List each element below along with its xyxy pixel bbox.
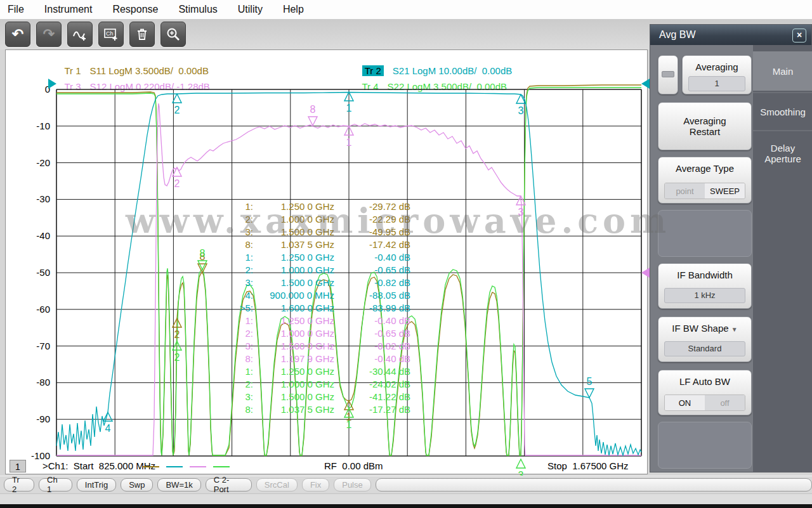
status-button-empty	[376, 478, 812, 492]
marker-table-row: 2:1.000 0 GHz-0.65 dB	[190, 327, 410, 340]
panel-title-bar[interactable]: Avg BW ×	[650, 25, 811, 45]
marker-table-row: 3:1.500 0 GHz-49.95 dB	[190, 226, 410, 238]
trace-color-key	[143, 466, 230, 467]
lf-auto-bw-button[interactable]: LF Auto BW ON off	[658, 370, 752, 415]
y-axis-tick: -70	[36, 341, 50, 351]
stop-frequency-text: Stop 1.67500 GHz	[547, 460, 629, 471]
marker-2-label: 2	[174, 352, 180, 363]
panel-title: Avg BW	[659, 29, 696, 41]
avg-bw-panel: Avg BW × Main Smoothing Delay Aperture A…	[650, 24, 812, 472]
average-type-switch[interactable]: point SWEEP	[664, 183, 745, 199]
marker-table-row: 1:1.250 0 GHz-0.40 dB	[190, 315, 410, 327]
menu-help[interactable]: Help	[283, 4, 304, 15]
if-bw-shape-button[interactable]: IF BW Shape ▼ Standard	[658, 316, 752, 362]
marker-table-row: 1:1.250 0 GHz-30.44 dB	[190, 365, 410, 378]
menu-bar: FileInstrumentResponseStimulusUtilityHel…	[0, 0, 812, 19]
marker-5-label: 5	[587, 376, 593, 387]
marker-4-label: 4	[105, 423, 111, 434]
averaging-button[interactable]: Averaging 1	[682, 55, 752, 94]
marker-table-row: 8:1.197 9 GHz-0.40 dB	[190, 353, 410, 365]
if-bandwidth-value[interactable]: 1 kHz	[664, 288, 745, 303]
average-type-label: Average Type	[658, 163, 751, 174]
trace-color-dash	[190, 466, 206, 467]
tab-main[interactable]: Main	[753, 51, 812, 91]
lf-auto-bw-off-option[interactable]: off	[705, 395, 745, 410]
marker-table-row: 1:1.250 0 GHz-29.72 dB	[190, 200, 410, 213]
status-bar: Tr 2Ch 1IntTrigSwpBW=1kC 2-PortSrcCalFix…	[0, 476, 812, 493]
panel-close-button[interactable]: ×	[792, 29, 806, 42]
redo-button[interactable]: ↷	[36, 22, 62, 47]
marker-8-label: 8	[310, 104, 316, 115]
averaging-restart-button[interactable]: Averaging Restart	[658, 102, 752, 150]
if-bw-shape-value[interactable]: Standard	[664, 341, 745, 356]
undo-button[interactable]: ↶	[5, 22, 30, 47]
status-button-inttrig[interactable]: IntTrig	[77, 478, 116, 492]
channel-window: Tr 1S11 LogM 3.500dB/ 0.00dB Tr 2S21 Log…	[5, 49, 648, 474]
add-channel-icon: Ch	[103, 27, 119, 42]
marker-2-label: 2	[174, 329, 180, 340]
status-button-tr-2[interactable]: Tr 2	[4, 478, 34, 492]
status-button-fix[interactable]: Fix	[302, 478, 329, 492]
ref-level-arrow[interactable]	[641, 268, 650, 278]
marker-2-label: 2	[174, 105, 180, 115]
delete-button[interactable]	[129, 22, 155, 47]
averaging-led	[662, 71, 674, 77]
marker-5-glyph[interactable]	[585, 389, 594, 398]
menu-instrument[interactable]: Instrument	[44, 4, 93, 15]
channel-badge[interactable]: 1	[10, 460, 26, 472]
marker-table-row: 2:1.000 0 GHz-24.02 dB	[190, 378, 410, 391]
add-channel-button[interactable]: Ch	[98, 22, 124, 47]
trace-color-dash	[213, 466, 230, 467]
zoom-in-icon	[166, 27, 181, 42]
undo-icon: ↶	[12, 26, 23, 42]
ref-level-arrow[interactable]	[641, 79, 650, 89]
status-button-srccal[interactable]: SrcCal	[256, 478, 298, 492]
marker-table-row: 1:1.250 0 GHz-0.40 dB	[190, 251, 410, 264]
marker-table-row: 4:900.000 0 MHz-88.05 dB	[190, 289, 410, 302]
channel-status-row: 1 >Ch1: Start 825.000 MHz RF 0.00 dBm St…	[6, 460, 647, 474]
averaging-toggle-button[interactable]	[658, 55, 678, 94]
if-bandwidth-label: IF Bandwidth	[658, 270, 751, 280]
trace-color-dash	[143, 466, 159, 467]
start-frequency-text: >Ch1: Start 825.000 MHz	[43, 460, 155, 471]
trace-color-dash	[166, 466, 183, 467]
marker-2-glyph[interactable]	[173, 94, 181, 103]
averaging-value[interactable]: 1	[688, 76, 745, 91]
average-type-button[interactable]: Average Type point SWEEP	[658, 157, 752, 204]
status-button-pulse[interactable]: Pulse	[334, 478, 371, 492]
bottom-strip	[0, 504, 812, 508]
menu-utility[interactable]: Utility	[238, 4, 263, 15]
status-button-bw-1k[interactable]: BW=1k	[157, 478, 200, 492]
tab-delay-aperture[interactable]: Delay Aperture	[753, 130, 812, 176]
y-axis-tick: -50	[36, 267, 50, 278]
status-button-c-2-port[interactable]: C 2-Port	[206, 478, 252, 492]
average-type-point-option[interactable]: point	[665, 183, 705, 199]
menu-stimulus[interactable]: Stimulus	[178, 4, 217, 15]
marker-table-row: 8:1.037 5 GHz-17.42 dB	[190, 238, 410, 251]
panel-tab-strip: Main Smoothing Delay Aperture	[753, 45, 812, 472]
lf-auto-bw-on-option[interactable]: ON	[665, 395, 705, 410]
y-axis-tick: -90	[36, 414, 50, 424]
marker-8-glyph[interactable]	[308, 117, 317, 126]
lf-auto-bw-switch[interactable]: ON off	[664, 394, 745, 411]
status-button-ch-1[interactable]: Ch 1	[39, 478, 72, 492]
marker-table: 1:1.250 0 GHz-29.72 dB2:1.000 0 GHz-22.2…	[190, 200, 410, 416]
tab-smoothing[interactable]: Smoothing	[753, 92, 812, 130]
marker-3-label: 3	[518, 105, 524, 116]
y-axis-tick: -10	[36, 120, 50, 131]
marker-2-label: 2	[174, 178, 180, 189]
marker-table-row: 2:1.000 0 GHz-0.65 dB	[190, 264, 410, 277]
marker-1-label: 1	[346, 103, 352, 114]
lf-auto-bw-label: LF Auto BW	[658, 376, 751, 387]
menu-file[interactable]: File	[8, 4, 24, 15]
zoom-button[interactable]	[160, 22, 186, 47]
add-trace-button[interactable]	[67, 22, 93, 47]
marker-table-row: >5:1.600 0 GHz-83.99 dB	[190, 302, 410, 315]
average-type-sweep-option[interactable]: SWEEP	[705, 183, 745, 199]
menu-response[interactable]: Response	[112, 4, 158, 15]
if-bandwidth-button[interactable]: IF Bandwidth 1 kHz	[658, 263, 752, 309]
status-button-swp[interactable]: Swp	[121, 478, 153, 492]
averaging-restart-label: Averaging Restart	[676, 115, 733, 137]
marker-1-label: 1	[346, 137, 352, 148]
svg-text:Ch: Ch	[106, 30, 114, 37]
